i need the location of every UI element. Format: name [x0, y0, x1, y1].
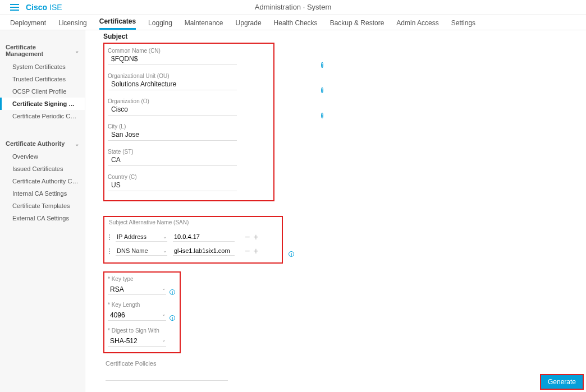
breadcrumb: Administration · System: [255, 3, 332, 11]
brand-logo: Cisco ISE: [26, 3, 62, 12]
info-icon[interactable]: i: [170, 315, 175, 321]
san-value-input[interactable]: [173, 232, 235, 242]
main-panel: Subject Common Name (CN) i Organizationa…: [85, 30, 586, 392]
chevron-down-icon: ⌄: [75, 141, 79, 147]
sidebar-item-certificate-signing-requests[interactable]: Certificate Signing Requests: [0, 98, 85, 110]
sidebar-item-certificate-templates[interactable]: Certificate Templates: [0, 200, 85, 212]
info-icon[interactable]: i: [170, 289, 175, 295]
sidebar-item-trusted-certificates[interactable]: Trusted Certificates: [0, 73, 85, 85]
san-row: ⌄−+: [108, 230, 278, 244]
tab-logging[interactable]: Logging: [148, 16, 172, 30]
san-type-select[interactable]: [116, 246, 167, 256]
o-input[interactable]: [108, 104, 237, 116]
san-type-select[interactable]: [116, 232, 167, 242]
add-icon[interactable]: +: [253, 233, 258, 242]
add-icon[interactable]: +: [253, 247, 258, 256]
digest-label: Digest to Sign With: [108, 328, 176, 334]
sidebar-item-certificate-periodic-check-se-[interactable]: Certificate Periodic Check Se...: [0, 110, 85, 122]
sidebar-item-system-certificates[interactable]: System Certificates: [0, 61, 85, 73]
sidebar-item-certificate-authority-certificat-[interactable]: Certificate Authority Certificat...: [0, 175, 85, 187]
info-icon[interactable]: i: [321, 62, 323, 68]
c-input[interactable]: [108, 180, 237, 191]
brand-cisco: Cisco: [26, 3, 47, 12]
cert-policies-input[interactable]: [106, 380, 228, 381]
l-input[interactable]: [108, 130, 237, 141]
cn-label: Common Name (CN): [108, 48, 237, 54]
sidebar-item-overview[interactable]: Overview: [0, 150, 85, 163]
chevron-down-icon: ⌄: [75, 48, 79, 54]
st-input[interactable]: [108, 155, 237, 166]
tab-certificates[interactable]: Certificates: [99, 14, 136, 30]
ou-input[interactable]: [108, 79, 237, 90]
info-icon[interactable]: i: [289, 251, 294, 257]
ou-label: Organizational Unit (OU): [108, 73, 237, 79]
key-length-label: Key Length: [108, 302, 176, 308]
san-title: Subject Alternative Name (SAN): [108, 219, 278, 230]
san-row: ⌄−+: [108, 244, 278, 258]
sidebar-item-ocsp-client-profile[interactable]: OCSP Client Profile: [0, 85, 85, 98]
key-type-label: Key type: [108, 276, 176, 282]
tab-backup-restore[interactable]: Backup & Restore: [330, 16, 384, 30]
info-icon[interactable]: i: [321, 87, 323, 93]
tab-upgrade[interactable]: Upgrade: [236, 16, 262, 30]
tab-maintenance[interactable]: Maintenance: [185, 16, 223, 30]
sidebar-item-external-ca-settings[interactable]: External CA Settings: [0, 212, 85, 224]
brand-ise: ISE: [49, 3, 62, 12]
st-label: State (ST): [108, 149, 268, 155]
c-label: Country (C): [108, 174, 268, 180]
sidebar-section-1[interactable]: Certificate Authority⌄: [0, 137, 85, 150]
cert-policies-label: Certificate Policies: [106, 360, 575, 367]
section-title: Subject: [103, 33, 575, 40]
san-box: Subject Alternative Name (SAN) ⌄−+⌄−+: [103, 216, 283, 264]
tab-admin-access[interactable]: Admin Access: [396, 16, 438, 30]
drag-handle-icon[interactable]: [109, 248, 110, 254]
drag-handle-icon[interactable]: [109, 234, 110, 240]
tabbar: DeploymentLicensingCertificatesLoggingMa…: [0, 15, 586, 30]
cn-input[interactable]: [108, 54, 237, 65]
l-label: City (L): [108, 123, 268, 130]
digest-select[interactable]: [108, 335, 166, 347]
subject-box: Common Name (CN) i Organizational Unit (…: [103, 43, 274, 201]
san-value-input[interactable]: [173, 246, 235, 256]
menu-icon[interactable]: [10, 3, 19, 12]
sidebar-section-0[interactable]: Certificate Management⌄: [0, 40, 85, 61]
tab-settings[interactable]: Settings: [451, 16, 475, 30]
sidebar-item-issued-certificates[interactable]: Issued Certificates: [0, 163, 85, 175]
remove-icon[interactable]: −: [245, 233, 250, 242]
sidebar: Certificate Management⌄System Certificat…: [0, 30, 85, 392]
o-label: Organization (O): [108, 98, 237, 104]
tab-licensing[interactable]: Licensing: [58, 16, 87, 30]
info-icon[interactable]: i: [321, 113, 323, 118]
key-length-select[interactable]: [108, 310, 166, 321]
tab-health-checks[interactable]: Health Checks: [274, 16, 318, 30]
sidebar-item-internal-ca-settings[interactable]: Internal CA Settings: [0, 187, 85, 200]
generate-button[interactable]: Generate: [540, 374, 584, 390]
remove-icon[interactable]: −: [245, 247, 250, 256]
key-box: Key type ⌄ i Key Length ⌄ i Digest to Si…: [103, 271, 181, 353]
tab-deployment[interactable]: Deployment: [10, 16, 46, 30]
key-type-select[interactable]: [108, 284, 166, 295]
